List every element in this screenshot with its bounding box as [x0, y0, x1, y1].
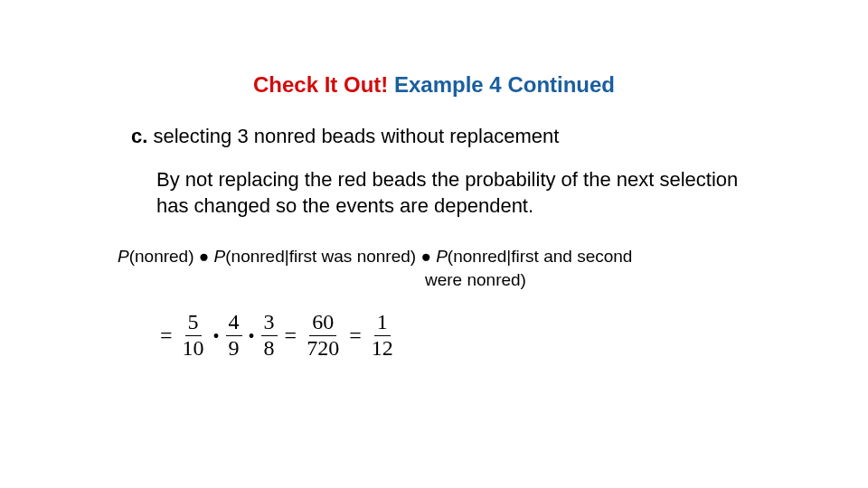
- calculation: = 5 10 • 4 9 • 3 8 = 60 720 = 1 1: [131, 311, 741, 359]
- frac3-num: 3: [261, 311, 278, 335]
- eq1: =: [158, 321, 175, 350]
- frac4-num: 60: [309, 311, 336, 335]
- fraction-1: 5 10: [180, 311, 207, 359]
- frac3-den: 8: [261, 336, 278, 360]
- slide-title: Check It Out! Example 4 Continued: [0, 72, 868, 98]
- formula-p2b: P: [214, 247, 226, 266]
- slide: Check It Out! Example 4 Continued c. sel…: [0, 0, 868, 488]
- formula-line2: were nonred): [118, 268, 741, 292]
- formula-dot1: ●: [199, 247, 209, 266]
- fraction-3: 3 8: [261, 311, 278, 359]
- frac5-num: 1: [374, 311, 391, 335]
- formula-t2: (nonred|first was nonred): [225, 247, 420, 266]
- problem-line: c. selecting 3 nonred beads without repl…: [131, 123, 741, 150]
- frac4-den: 720: [304, 336, 342, 360]
- fraction-5: 1 12: [369, 311, 396, 359]
- formula-p3b: P: [436, 247, 448, 266]
- fraction-2: 4 9: [226, 311, 242, 359]
- frac1-num: 5: [185, 311, 202, 335]
- explanation-text: By not replacing the red beads the proba…: [131, 166, 741, 220]
- title-blue: Example 4 Continued: [388, 72, 615, 97]
- problem-label: c.: [131, 125, 147, 147]
- eq2: =: [283, 321, 299, 350]
- dot2: •: [248, 324, 256, 349]
- problem-text: selecting 3 nonred beads without replace…: [147, 125, 559, 147]
- fraction-4: 60 720: [304, 311, 342, 359]
- frac1-den: 10: [180, 336, 207, 360]
- frac5-den: 12: [369, 336, 396, 360]
- probability-formula: P(nonred) ● P(nonred|first was nonred) ●…: [118, 245, 741, 291]
- formula-p1: P: [118, 247, 129, 266]
- formula-t1: (nonred): [129, 247, 199, 266]
- formula-t3: (nonred|first and second: [448, 247, 633, 266]
- title-red: Check It Out!: [253, 72, 388, 97]
- frac2-den: 9: [226, 336, 242, 360]
- slide-body: c. selecting 3 nonred beads without repl…: [0, 123, 868, 360]
- eq3: =: [347, 321, 363, 350]
- dot1: •: [212, 324, 221, 349]
- formula-dot2: ●: [420, 247, 430, 266]
- frac2-num: 4: [226, 311, 242, 335]
